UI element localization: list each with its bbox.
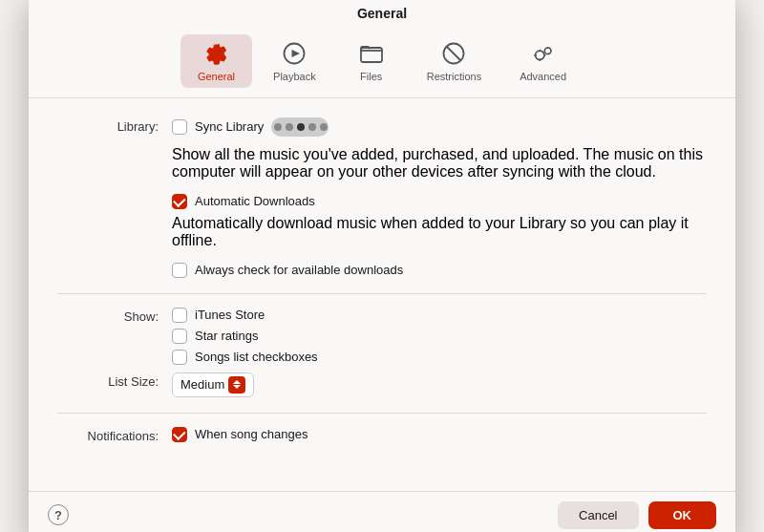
list-size-value: Medium (180, 377, 224, 392)
play-icon (281, 40, 308, 67)
library-label: Library: (57, 117, 172, 134)
tab-restrictions-label: Restrictions (427, 71, 481, 82)
always-check-row: Always check for available downloads (172, 263, 707, 278)
star-ratings-checkbox[interactable] (172, 329, 187, 344)
svg-line-4 (447, 46, 461, 60)
sync-library-toggle[interactable] (271, 117, 329, 137)
list-size-row: Medium (172, 372, 707, 397)
list-size-label: List Size: (57, 372, 172, 389)
always-check-checkbox[interactable] (172, 263, 187, 278)
dialog: General General Playback (29, 0, 735, 532)
tab-advanced-label: Advanced (520, 71, 566, 82)
show-section-row: Show: iTunes Store Star ratings Songs li… (57, 308, 707, 365)
dropdown-arrow-icon (228, 376, 245, 394)
list-size-section-row: List Size: Medium (57, 372, 707, 397)
itunes-store-row: iTunes Store (172, 308, 707, 323)
star-ratings-row: Star ratings (172, 329, 707, 344)
tab-files-label: Files (360, 71, 382, 82)
footer: ? Cancel OK (29, 491, 735, 533)
auto-downloads-label: Automatic Downloads (195, 194, 315, 208)
always-check-label: Always check for available downloads (195, 263, 403, 277)
list-size-content: Medium (172, 372, 707, 397)
when-song-changes-checkbox[interactable] (172, 427, 187, 442)
notifications-section: Notifications: When song changes (57, 427, 707, 458)
notifications-label: Notifications: (57, 427, 172, 443)
itunes-store-label: iTunes Store (195, 308, 265, 322)
notifications-row: Notifications: When song changes (57, 427, 707, 443)
sync-library-row: Sync Library (172, 117, 707, 137)
songs-checkboxes-label: Songs list checkboxes (195, 350, 318, 364)
ok-button[interactable]: OK (648, 501, 717, 529)
songs-checkboxes-checkbox[interactable] (172, 350, 187, 365)
songs-checkboxes-row: Songs list checkboxes (172, 350, 707, 365)
tab-general[interactable]: General (180, 34, 252, 88)
toolbar: General Playback Files (29, 31, 735, 98)
toggle-dots (274, 123, 328, 131)
tab-restrictions[interactable]: Restrictions (410, 34, 499, 88)
gear-icon (202, 40, 229, 67)
tab-playback-label: Playback (273, 71, 316, 82)
advanced-gear-icon (530, 40, 557, 67)
tab-files[interactable]: Files (337, 34, 406, 88)
cancel-button[interactable]: Cancel (558, 501, 638, 529)
when-song-changes-label: When song changes (195, 427, 308, 441)
tab-playback[interactable]: Playback (256, 34, 333, 88)
folder-icon (358, 40, 385, 67)
auto-downloads-checkbox[interactable] (172, 194, 187, 209)
footer-buttons: Cancel OK (558, 501, 716, 529)
notifications-content: When song changes (172, 427, 707, 442)
sync-library-label: Sync Library (195, 119, 264, 134)
content: Library: Sync Library (29, 98, 735, 491)
svg-point-5 (544, 47, 551, 53)
tab-general-label: General (198, 71, 235, 82)
when-song-changes-row: When song changes (172, 427, 707, 442)
sync-library-checkbox[interactable] (172, 119, 187, 135)
toggle-dot-3 (297, 123, 305, 131)
show-label: Show: (57, 308, 172, 324)
help-button[interactable]: ? (48, 504, 69, 525)
itunes-store-checkbox[interactable] (172, 308, 187, 323)
library-section: Library: Sync Library (57, 117, 707, 294)
show-content: iTunes Store Star ratings Songs list che… (172, 308, 707, 365)
dialog-title: General (29, 0, 735, 31)
star-ratings-label: Star ratings (195, 329, 258, 343)
sync-library-description: Show all the music you've added, purchas… (172, 146, 707, 181)
library-content: Sync Library S (172, 117, 707, 278)
toggle-dot-1 (274, 123, 282, 131)
list-size-dropdown[interactable]: Medium (172, 372, 254, 397)
toggle-dot-2 (286, 123, 293, 131)
auto-downloads-description: Automatically download music when added … (172, 215, 707, 249)
toggle-dot-4 (308, 123, 316, 131)
block-icon (440, 40, 467, 67)
auto-downloads-row: Automatic Downloads (172, 194, 707, 209)
show-section: Show: iTunes Store Star ratings Songs li… (57, 308, 707, 414)
svg-point-10 (535, 51, 543, 59)
library-section-row: Library: Sync Library (57, 117, 707, 278)
tab-advanced[interactable]: Advanced (502, 34, 584, 88)
toggle-dot-5 (320, 123, 328, 131)
svg-marker-1 (292, 50, 301, 57)
